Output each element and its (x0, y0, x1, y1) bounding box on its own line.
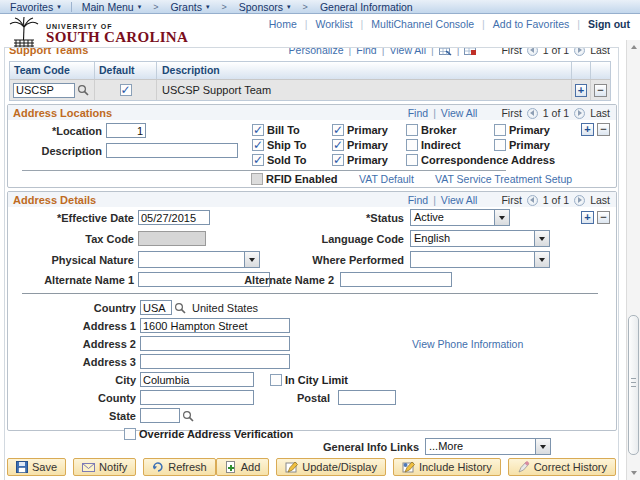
sold-to-checkbox[interactable] (252, 154, 264, 166)
view-phone-information-link[interactable]: View Phone Information (412, 338, 523, 350)
next-row-button[interactable] (574, 48, 585, 56)
lookup-icon[interactable] (182, 410, 194, 422)
personalize-link[interactable]: Personalize (289, 48, 344, 56)
find-link[interactable]: Find (408, 107, 428, 119)
alternate-name-2-input[interactable] (340, 272, 452, 287)
peoplesoft-page: Favorites▾ Main Menu▾ > Grants▾ > Sponso… (0, 0, 640, 480)
vat-service-treatment-setup-link[interactable]: VAT Service Treatment Setup (435, 173, 572, 185)
header-links: Home| Worklist| MultiChannel Console| Ad… (269, 18, 630, 30)
country-input[interactable] (140, 300, 172, 315)
status-select[interactable]: Active (410, 209, 510, 226)
scroll-down-button[interactable] (628, 467, 640, 479)
address-3-input[interactable] (140, 354, 290, 369)
vat-default-link[interactable]: VAT Default (359, 173, 414, 185)
country-label: Country (8, 302, 140, 314)
first-label: First (501, 48, 521, 56)
save-button[interactable]: Save (7, 458, 66, 476)
previous-row-button[interactable] (527, 195, 538, 206)
general-info-links-label: General Info Links (305, 441, 423, 453)
dropdown-icon (534, 231, 549, 246)
vertical-scrollbar[interactable] (626, 40, 640, 480)
lookup-icon[interactable] (77, 84, 89, 96)
team-code-input[interactable] (13, 83, 75, 98)
effective-date-input[interactable] (138, 210, 210, 225)
ship-primary-checkbox[interactable] (332, 139, 344, 151)
first-label: First (501, 194, 521, 206)
next-row-button[interactable] (574, 195, 585, 206)
view-all-link[interactable]: View All (389, 48, 426, 56)
broker-primary-checkbox[interactable] (494, 124, 506, 136)
correct-history-icon (517, 461, 530, 473)
header-link-multichannel-console[interactable]: MultiChannel Console (371, 18, 474, 30)
delete-row-button[interactable]: − (597, 211, 610, 224)
bill-to-checkbox[interactable] (252, 124, 264, 136)
lookup-icon[interactable] (174, 302, 186, 314)
city-input[interactable] (140, 372, 254, 387)
where-performed-select[interactable] (410, 251, 550, 268)
column-add (572, 62, 591, 79)
include-history-button[interactable]: Include History (393, 458, 501, 476)
broker-checkbox[interactable] (406, 124, 418, 136)
breadcrumb-main-menu[interactable]: Main Menu▾ (72, 1, 151, 13)
delete-row-button[interactable]: − (594, 84, 607, 97)
physical-nature-select[interactable] (138, 251, 260, 268)
header-link-worklist[interactable]: Worklist (315, 18, 352, 30)
chevron-down-icon: ▾ (138, 3, 142, 11)
default-checkbox[interactable] (120, 84, 132, 96)
scroll-up-button[interactable] (628, 41, 640, 53)
add-button[interactable]: Add (216, 458, 270, 476)
bill-primary-checkbox[interactable] (332, 124, 344, 136)
breadcrumb-grants[interactable]: Grants▾ (160, 1, 219, 13)
header-link-add-to-favorites[interactable]: Add to Favorites (493, 18, 569, 30)
address-1-label: Address 1 (8, 320, 140, 332)
header-link-home[interactable]: Home (269, 18, 297, 30)
sign-out-link[interactable]: Sign out (588, 18, 630, 30)
logo-line2: SOUTH CAROLINA (46, 30, 188, 44)
correspondence-address-checkbox[interactable] (406, 154, 418, 166)
add-row-button[interactable]: + (581, 211, 594, 224)
rfid-enabled-checkbox[interactable] (251, 173, 263, 185)
address-2-input[interactable] (140, 336, 290, 351)
tax-code-label: Tax Code (8, 233, 138, 245)
next-row-button[interactable] (574, 108, 585, 119)
country-display: United States (192, 302, 258, 314)
language-code-select[interactable]: English (410, 230, 550, 247)
general-info-links-select[interactable]: ...More (425, 438, 551, 455)
indirect-checkbox[interactable] (406, 139, 418, 151)
scrollbar-thumb[interactable] (628, 315, 639, 455)
address-1-input[interactable] (140, 318, 290, 333)
previous-row-button[interactable] (527, 48, 538, 56)
breadcrumb-sponsors[interactable]: Sponsors▾ (229, 1, 301, 13)
find-link[interactable]: Find (356, 48, 376, 56)
find-link[interactable]: Find (408, 194, 428, 206)
grid-zoom-icon[interactable] (439, 48, 452, 56)
view-all-link[interactable]: View All (441, 107, 478, 119)
in-city-limit-checkbox[interactable] (270, 374, 282, 386)
update-display-icon (285, 461, 298, 473)
update-display-button[interactable]: Update/Display (276, 458, 386, 476)
view-all-link[interactable]: View All (441, 194, 478, 206)
ship-to-checkbox[interactable] (252, 139, 264, 151)
last-label: Last (590, 48, 610, 56)
sold-to-label: Sold To (267, 154, 307, 166)
add-row-button[interactable]: + (575, 84, 587, 97)
delete-row-button[interactable]: − (597, 123, 610, 136)
university-logo: UNIVERSITY OF SOUTH CAROLINA (6, 17, 188, 49)
indirect-primary-checkbox[interactable] (494, 139, 506, 151)
language-code-label: Language Code (308, 233, 408, 245)
sold-primary-checkbox[interactable] (332, 154, 344, 166)
state-input[interactable] (140, 408, 180, 423)
add-row-button[interactable]: + (581, 123, 594, 136)
breadcrumb-favorites[interactable]: Favorites▾ (0, 1, 71, 13)
refresh-button[interactable]: Refresh (143, 458, 216, 476)
notify-button[interactable]: Notify (73, 458, 136, 476)
download-to-excel-icon[interactable] (464, 48, 477, 56)
postal-input[interactable] (338, 390, 396, 405)
address-2-label: Address 2 (8, 338, 140, 350)
column-delete (591, 62, 610, 79)
dropdown-icon (535, 439, 550, 454)
row-position: 1 of 1 (543, 48, 569, 56)
previous-row-button[interactable] (527, 108, 538, 119)
correct-history-button[interactable]: Correct History (508, 458, 616, 476)
county-input[interactable] (140, 390, 254, 405)
